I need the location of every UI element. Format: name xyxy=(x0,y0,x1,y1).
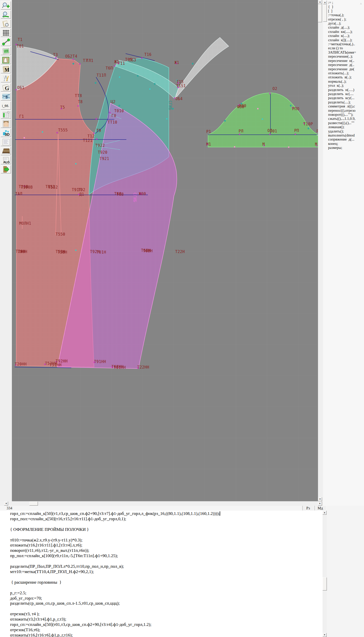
sidebar-command-item[interactable]: ломаная(); xyxy=(328,125,363,129)
canvas-vscrollbar[interactable]: ▲ ▼ xyxy=(318,0,322,501)
editor-vscrollbar[interactable]: ▲ ▼ xyxy=(323,511,327,637)
preview-button[interactable] xyxy=(1,19,11,28)
model-photo-button[interactable] xyxy=(1,120,11,128)
canvas-hscrollbar[interactable]: ◄ ► xyxy=(4,501,322,506)
sidebar-command-item[interactable]: :=точка(,); xyxy=(328,13,363,17)
sidebar-command-item[interactable]: угол к(..); xyxy=(328,83,363,87)
text-caret xyxy=(220,511,220,516)
canvas-point-label: РЛ xyxy=(239,129,243,133)
sidebar-command-item[interactable]: сплайн д(....); xyxy=(328,25,363,29)
editor-scroll-down[interactable]: ▼ xyxy=(323,633,327,637)
sidebar-scroll-thumb[interactable] xyxy=(323,5,327,22)
canvas-point-label: ОБ2 xyxy=(65,54,73,59)
grid-button[interactable] xyxy=(1,29,11,37)
sidebar-command-item[interactable]: разделить ксу(... xyxy=(328,96,363,100)
graphics-button[interactable]: G xyxy=(1,83,11,92)
sizes-button[interactable]: 8 xyxy=(1,92,11,101)
sidebar-command-item[interactable]: ЗАПИСАТЬ(имя= xyxy=(328,50,363,54)
code-editor[interactable]: горл_сп:=сплайн_к[50](т1,т3,ср_шов_сп.ф2… xyxy=(0,511,323,637)
sidebar-command-item[interactable]: размеры; xyxy=(328,146,363,150)
sidebar-command-item[interactable]: симметрия л((),с xyxy=(328,104,363,108)
algorithms-button[interactable]: ALG xyxy=(1,156,11,164)
sidebar-command-item[interactable]: выполнить(dmod xyxy=(328,133,363,137)
canvas-point-label: Т01 xyxy=(17,44,24,49)
sidebar-command-item[interactable]: отрезок( , ); xyxy=(328,17,363,21)
sidebar-command-item[interactable]: пересечение д(.. xyxy=(328,63,363,67)
editor-line: отрезок(Т16,т6); xyxy=(10,627,313,633)
sidebar-command-item[interactable]: разделить кс(.... xyxy=(328,92,363,96)
measure-button[interactable] xyxy=(1,38,11,46)
measure-icon xyxy=(2,38,11,46)
md-button[interactable]: Мд xyxy=(314,506,326,510)
sidebar-command-item[interactable]: сплайн к(....); xyxy=(328,34,363,38)
editor-line: { расширение горловины } xyxy=(10,580,313,585)
hscroll-thumb[interactable] xyxy=(29,502,38,506)
drawing-canvas[interactable]: Т1Т01ОБ1Т3ОБ2Т4Т7ТЛ1Ж2Т11Т6ПТ05ОБ3Т16Ж1Т… xyxy=(12,0,318,501)
editor-scroll-thumb[interactable] xyxy=(323,577,327,590)
editor-text: горл_сп:=сплайн_к[50](т1,т3,ср_шов_сп.ф2… xyxy=(10,511,313,637)
sidebar-command-item[interactable]: нормаль(..); xyxy=(328,79,363,83)
sidebar-command-item[interactable]: { } xyxy=(328,5,363,9)
sidebar-command-item[interactable]: [ ] xyxy=(328,9,363,13)
canvas-point-marker xyxy=(288,147,289,148)
scroll-down-arrow[interactable]: ▼ xyxy=(318,497,322,501)
canvas-point-label: Т5ВН xyxy=(58,250,67,255)
sidebar-scroll-up[interactable]: ▲ xyxy=(323,1,327,4)
sidebar-command-item[interactable]: поворот((),...""); xyxy=(328,112,363,117)
canvas-point-marker xyxy=(119,77,120,78)
sidebar-command-item[interactable]: разделить н(.....) xyxy=(328,88,363,92)
editor-line: отложить(т16,[т16:т11].ф1,[т3:т4].л,т6); xyxy=(10,543,313,548)
canvas-point-label: Ж1 xyxy=(174,60,179,65)
canvas-point-label: ОБ3 xyxy=(129,58,136,62)
sidebar-command-item[interactable]: удалить(); xyxy=(328,129,363,133)
sidebar-command-item[interactable]: пересечение дн( xyxy=(328,67,363,71)
drafting-tools-button[interactable] xyxy=(1,74,11,82)
sidebar-command-item[interactable]: дуга(...); xyxy=(328,21,363,25)
sidebar-command-item[interactable]: отложить(...); xyxy=(328,71,363,75)
sidebar-command-item[interactable]: развести((),(),.."" xyxy=(328,121,363,125)
reference-button[interactable] xyxy=(1,147,11,155)
canvas-point-label: ТТ10 xyxy=(108,120,117,125)
sidebar-command-item[interactable]: конец; xyxy=(328,142,363,146)
canvas-point-marker xyxy=(94,133,95,134)
zoom-in-button[interactable] xyxy=(1,1,11,10)
canvas-point-label: Т920 xyxy=(98,150,107,155)
scroll-up-arrow[interactable]: ▲ xyxy=(318,0,322,4)
rz-button[interactable]: Рз xyxy=(302,506,314,510)
layout-button[interactable] xyxy=(1,56,11,64)
portrait-photo-icon xyxy=(2,120,11,128)
sidebar-command-item[interactable]: пересечение(..); xyxy=(328,54,363,58)
editor-line: отрезок(т3, т4 ); xyxy=(10,611,313,617)
canvas-point-label: Т552 xyxy=(48,185,58,190)
sketch-button[interactable] xyxy=(1,47,11,55)
sidebar-command-item[interactable]: := ; xyxy=(328,1,363,5)
sidebar-command-item[interactable]: сжать((),..,1.1,0.9, xyxy=(328,117,363,121)
sidebar-command-item[interactable]: разделить(....); xyxy=(328,100,363,104)
listing-button[interactable] xyxy=(1,138,11,146)
editor-scroll-up[interactable]: ▲ xyxy=(323,511,327,515)
sidebar-command-item[interactable]: сопряжение д(... xyxy=(328,137,363,141)
sidebar-command-item[interactable]: сплайн к[](....); xyxy=(328,38,363,42)
g-document-icon: G xyxy=(2,84,11,91)
sidebar-command-item[interactable]: пересечение н(.. xyxy=(328,59,363,63)
scroll-right-arrow[interactable]: ► xyxy=(318,502,322,506)
view-3d-button[interactable]: 3D xyxy=(1,129,11,137)
zoom-out-button[interactable] xyxy=(1,10,11,19)
scroll-left-arrow[interactable]: ◄ xyxy=(4,502,8,506)
sidebar-command-item[interactable]: если () то xyxy=(328,46,363,50)
sidebar-command-item[interactable]: отложить в(..); xyxy=(328,75,363,79)
vscroll-thumb[interactable] xyxy=(318,4,322,22)
canvas-point-label: Т1 xyxy=(18,37,22,42)
canvas-point-label: Т91НН xyxy=(94,359,106,364)
i66-button[interactable]: i_66. xyxy=(1,101,11,110)
canvas-point-marker xyxy=(75,250,77,251)
sidebar-command-item[interactable]: сплайн кк(.....); xyxy=(328,30,363,34)
canvas-point-label: Т16 xyxy=(144,52,152,57)
exit-button[interactable] xyxy=(1,165,11,173)
canvas-point-marker xyxy=(257,108,259,109)
canvas-point-label: РПО xyxy=(292,107,300,111)
measurements-button[interactable]: M xyxy=(1,65,11,73)
sidebar-command-item[interactable]: :=метка(точка(,).. xyxy=(328,42,363,46)
sidebar-command-item[interactable]: перенос((),отрезо xyxy=(328,108,363,112)
size-table-button[interactable] xyxy=(1,110,11,119)
